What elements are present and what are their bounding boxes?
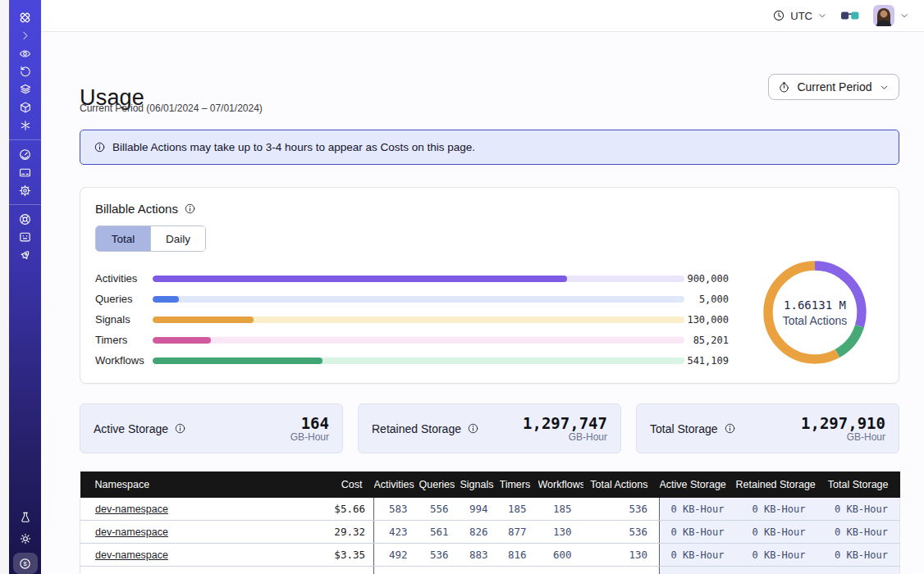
table-row: dev-namespace $5.66 583 556 994 185 185 … xyxy=(80,498,900,521)
workflows-cell: 130 xyxy=(538,521,583,544)
timers-cell: 816 xyxy=(500,544,538,567)
timezone-selector[interactable]: UTC xyxy=(772,9,827,22)
col-header-active-storage[interactable]: Active Storage xyxy=(660,472,736,498)
temporal-logo-icon[interactable] xyxy=(14,8,37,26)
tab-daily[interactable]: Daily xyxy=(150,226,205,251)
info-icon[interactable] xyxy=(724,422,736,435)
bar-fill xyxy=(153,358,322,364)
asterisk-icon[interactable] xyxy=(14,116,37,134)
settings-gear-icon[interactable] xyxy=(14,181,37,199)
active-storage-cell: 0 KB-Hour xyxy=(660,544,736,567)
storage-card-label: Total Storage xyxy=(650,422,718,435)
info-banner-text: Billable Actions may take up to 3-4 hour… xyxy=(112,141,475,153)
bar-value: 130,000 xyxy=(684,314,729,326)
col-header-namespace[interactable]: Namespace xyxy=(80,472,286,498)
retained-storage-card: Retained Storage 1,297,747 GB-Hour xyxy=(358,403,621,453)
total-actions-cell: 130 xyxy=(583,544,660,567)
col-header-signals[interactable]: Signals xyxy=(460,472,500,498)
bar-label: Queries xyxy=(95,293,153,305)
page-subtitle: Current Period (06/01/2024 – 07/01/2024) xyxy=(80,102,263,114)
account-menu[interactable] xyxy=(873,5,909,26)
activities-cell: 583 xyxy=(374,498,419,521)
col-header-activities[interactable]: Activities xyxy=(374,472,419,498)
total-storage-cell: 0 KB-Hour xyxy=(817,498,900,521)
theme-sun-icon[interactable] xyxy=(14,530,37,548)
lab-flask-icon[interactable] xyxy=(14,508,37,526)
col-header-total-actions[interactable]: Total Actions xyxy=(583,472,660,498)
retained-storage-cell: 0 KB-Hour xyxy=(736,544,817,567)
schedules-history-icon[interactable] xyxy=(14,62,37,80)
docs-screen-icon[interactable] xyxy=(14,228,37,246)
queries-cell: 536 xyxy=(419,544,460,567)
usage-gauge-icon[interactable] xyxy=(14,145,37,163)
billable-actions-title: Billable Actions xyxy=(95,202,196,216)
storage-card-value: 164 xyxy=(290,415,329,431)
info-icon[interactable] xyxy=(174,422,186,435)
col-header-total-storage[interactable]: Total Storage xyxy=(817,472,900,498)
col-header-retained-storage[interactable]: Retained Storage xyxy=(736,472,817,498)
rocket-icon[interactable] xyxy=(14,246,37,264)
layers-icon[interactable] xyxy=(14,80,37,98)
col-header-workflows[interactable]: Workflows xyxy=(538,472,583,498)
clock-icon xyxy=(772,9,785,22)
namespace-link[interactable]: dev-namespace xyxy=(95,526,168,538)
activities-cell: 423 xyxy=(374,521,419,544)
storage-card-label: Retained Storage xyxy=(372,422,461,435)
bar-label: Activities xyxy=(95,272,153,285)
bar-track xyxy=(153,296,684,303)
activities-cell: 492 xyxy=(374,544,419,567)
billable-actions-card: Billable Actions Total Daily Activities … xyxy=(80,187,899,384)
info-icon xyxy=(94,141,106,153)
total-actions-cell: 536 xyxy=(583,498,660,521)
col-header-timers[interactable]: Timers xyxy=(500,472,538,498)
total-actions-cell: 536 xyxy=(583,521,660,544)
active-storage-card: Active Storage 164 GB-Hour xyxy=(80,403,343,453)
bar-track xyxy=(153,358,684,364)
cube-icon[interactable] xyxy=(14,98,37,116)
bar-track xyxy=(153,276,684,282)
namespaces-eye-icon[interactable] xyxy=(14,44,37,62)
queries-cell: 556 xyxy=(419,498,460,521)
collapse-chevron-right-icon[interactable] xyxy=(14,26,37,44)
topbar: UTC xyxy=(41,0,924,32)
timers-cell: 185 xyxy=(500,498,538,521)
bar-value: 85,201 xyxy=(684,335,729,346)
info-icon[interactable] xyxy=(467,422,479,435)
glasses-icon[interactable] xyxy=(840,11,860,21)
cost-cell: 29.32 xyxy=(286,521,374,544)
tab-total[interactable]: Total xyxy=(96,226,150,251)
main-content: Usage Current Period (06/01/2024 – 07/01… xyxy=(41,32,924,574)
table-header-row: Namespace Cost Activities Queries Signal… xyxy=(80,472,900,498)
stopwatch-icon xyxy=(778,81,790,93)
timezone-label: UTC xyxy=(790,10,812,22)
bar-track xyxy=(153,317,684,323)
chevron-down-icon xyxy=(879,82,890,93)
donut-total-value: 1.66131 M xyxy=(784,298,846,312)
cost-cell: $5.66 xyxy=(286,498,374,521)
col-header-queries[interactable]: Queries xyxy=(419,472,460,498)
avatar xyxy=(873,5,894,26)
billing-card-icon[interactable] xyxy=(14,163,37,181)
bar-label: Timers xyxy=(95,334,153,346)
storage-card-unit: GB-Hour xyxy=(801,431,885,443)
bar-row-queries: Queries 5,000 xyxy=(95,289,743,309)
bar-row-activities: Activities 900,000 xyxy=(95,268,743,289)
info-icon[interactable] xyxy=(184,203,196,215)
support-lifebuoy-icon[interactable] xyxy=(14,210,37,228)
total-storage-card: Total Storage 1,297,910 GB-Hour xyxy=(636,403,899,453)
sidebar: $ xyxy=(9,0,41,574)
bar-row-timers: Timers 85,201 xyxy=(95,330,743,350)
namespace-link[interactable]: dev-namespace xyxy=(95,503,168,515)
donut-total-label: Total Actions xyxy=(783,314,848,327)
sidebar-divider xyxy=(9,204,41,205)
current-period-label: Current Period xyxy=(797,80,871,93)
total-actions-donut: 1.66131 M Total Actions xyxy=(752,250,877,375)
donut-center: 1.66131 M Total Actions xyxy=(752,250,877,375)
credits-coin-icon[interactable]: $ xyxy=(13,553,38,574)
namespace-link[interactable]: dev-namespace xyxy=(95,549,168,561)
current-period-button[interactable]: Current Period xyxy=(768,74,899,100)
bar-track xyxy=(153,337,684,344)
col-header-cost[interactable]: Cost xyxy=(286,472,374,498)
table-row: dev-namespace 29.32 423 561 826 877 130 … xyxy=(80,521,900,544)
signals-cell: 883 xyxy=(460,544,500,567)
